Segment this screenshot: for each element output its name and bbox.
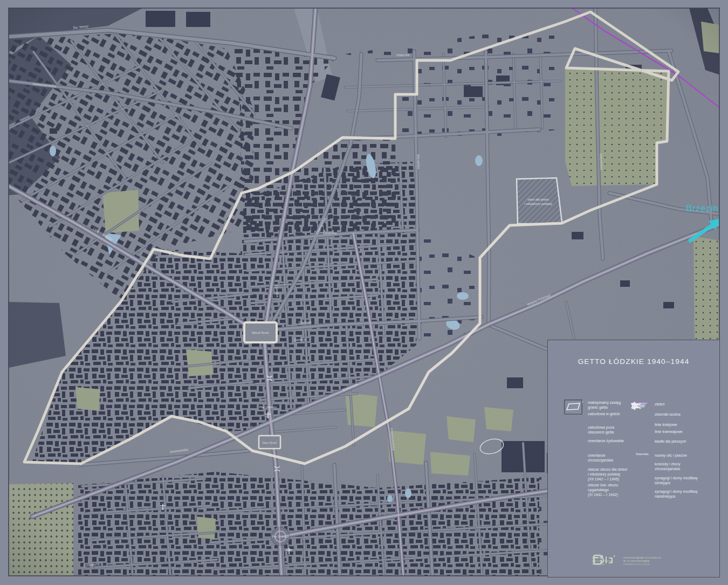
- ghetto-map-poster: obóz dla dzieci i młodzieży polskiej Św.…: [0, 0, 728, 585]
- legend-item-jewish-cemetery: cmentarze żydowskie: [564, 438, 630, 452]
- legend-item-gypsy-camp: obszar tzw. obozu cygańskiego (XI 1941 –…: [564, 482, 630, 498]
- legend-item-churches: kościoły i zbory chrześcijańskie: [630, 461, 716, 475]
- legend-item-footbridge: kładki dla pieszych: [630, 438, 716, 452]
- legend-credits: MUZEUM HISTORII ŻYDÓW POLSKICH CENTRUM B…: [592, 553, 661, 569]
- legend-item-builtout: zabudowa poza obszarem getta: [564, 424, 630, 438]
- legend-item-christian-cemetery: cmentarze chrześcijańskie: [564, 452, 630, 466]
- cbz-logo-text: CENTRUM BADAŃ ŻYDOWSKICH IM. FILIPA FRIE…: [623, 553, 661, 569]
- cbz-logo-icon: [592, 553, 604, 566]
- legend-left-column: maksymalny zasięg granic getta zabudowa …: [564, 400, 630, 498]
- legend-item-synagogues-gone: synagogi i domy modlitwy nieistniejące: [630, 488, 716, 502]
- legend-item-children-camp: obszar obozu dla dzieci i młodzieży pols…: [564, 466, 630, 482]
- legend-item-street-names: Dworska nazwy ulic i placów: [630, 452, 716, 461]
- street-name-sample: Dworska: [630, 452, 655, 456]
- legend-item-tram: linie tramwajowe: [630, 429, 716, 438]
- legend-right-column: zieleń zbiorniki wodne linie kolejowe li…: [630, 401, 716, 502]
- legend-item-synagogues-existing: synagogi i domy modlitwy istniejące: [630, 475, 716, 488]
- cbz-logo-group: CENTRUM BADAŃ ŻYDOWSKICH IM. FILIPA FRIE…: [623, 553, 661, 569]
- legend-item-railway: linie kolejowe: [630, 422, 716, 429]
- legend-panel: GETTO ŁÓDZKIE 1940–1944 maksymalny zasię…: [547, 340, 720, 577]
- legend-item-water: zbiorniki wodne: [630, 411, 716, 422]
- map-title: GETTO ŁÓDZKIE 1940–1944: [548, 357, 719, 366]
